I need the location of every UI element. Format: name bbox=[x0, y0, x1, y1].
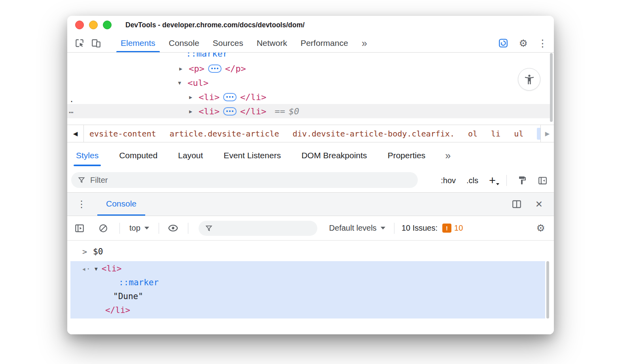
gutter-ellipsis: ⋯ bbox=[69, 105, 74, 119]
console-context-selector[interactable]: top bbox=[129, 224, 149, 233]
extension-sync-icon[interactable] bbox=[497, 38, 509, 48]
drawer-right-buttons: ✕ bbox=[512, 193, 554, 216]
console-variable-badge: $0 bbox=[289, 106, 299, 116]
collapsed-content-icon[interactable] bbox=[223, 93, 237, 101]
result-arrow-icon: ◂· bbox=[81, 262, 91, 276]
breadcrumb-item-li-selected[interactable]: li bbox=[537, 128, 540, 140]
console-filter[interactable] bbox=[199, 221, 317, 236]
issues-counter[interactable]: 10 Issues: ! 10 bbox=[402, 224, 463, 233]
element-classes-button[interactable]: .cls bbox=[466, 176, 478, 185]
chevron-double-right-icon: » bbox=[362, 38, 367, 49]
console-echo-text: $0 bbox=[93, 247, 103, 256]
close-tag: </li> bbox=[105, 303, 130, 317]
breadcrumb-forward-button[interactable]: ▶ bbox=[540, 125, 554, 142]
new-style-rule-button[interactable]: + bbox=[489, 175, 496, 186]
elements-scrollbar[interactable] bbox=[550, 53, 553, 122]
open-tag: <li> bbox=[199, 106, 220, 116]
console-scrollbar[interactable] bbox=[546, 261, 549, 318]
tab-elements[interactable]: Elements bbox=[114, 34, 162, 52]
collapse-arrow-icon[interactable]: ▼ bbox=[95, 262, 98, 276]
collapse-arrow-icon[interactable]: ▼ bbox=[178, 80, 184, 86]
clipped-marker-node[interactable]: ::marker bbox=[186, 53, 228, 59]
tree-node-p[interactable]: ▶ <p> </p> bbox=[179, 61, 246, 76]
tab-console-drawer[interactable]: Console bbox=[97, 193, 145, 216]
split-panel-icon[interactable] bbox=[512, 199, 522, 209]
expand-arrow-icon[interactable]: ▶ bbox=[189, 94, 195, 100]
clear-console-icon[interactable] bbox=[98, 223, 108, 233]
breadcrumb-bar: ◀ evsite-content article.devsite-article… bbox=[67, 125, 554, 142]
tree-node-li[interactable]: ▶ <li> </li> bbox=[189, 90, 266, 104]
console-sidebar-icon[interactable] bbox=[74, 223, 85, 233]
elements-tree: ::marker ▶ <p> </p> ▼ <ul> ▶ <li> </li> … bbox=[67, 53, 554, 125]
styles-filter-row: :hov .cls + bbox=[67, 169, 554, 192]
kebab-menu-icon[interactable]: ⋮ bbox=[538, 38, 548, 48]
filter-funnel-icon bbox=[78, 176, 85, 184]
tab-console[interactable]: Console bbox=[162, 34, 206, 52]
open-tag: <li> bbox=[102, 262, 122, 276]
styles-filter-input[interactable] bbox=[90, 176, 418, 185]
divider bbox=[159, 223, 159, 234]
tab-dom-breakpoints[interactable]: DOM Breakpoints bbox=[301, 142, 368, 169]
tab-computed-label: Computed bbox=[119, 151, 157, 160]
console-result-selected[interactable]: ◂· ▼ <li> ::marker "Dune" </li> bbox=[70, 261, 545, 318]
result-line-text: "Dune" bbox=[70, 290, 545, 303]
breadcrumb-item-li[interactable]: li bbox=[491, 129, 500, 138]
styles-filter[interactable] bbox=[71, 172, 418, 188]
tree-node-ul[interactable]: ▼ <ul> bbox=[178, 76, 208, 90]
live-expression-eye-icon[interactable] bbox=[168, 223, 178, 233]
console-filter-input[interactable] bbox=[218, 224, 322, 233]
dock-sidebar-icon[interactable] bbox=[538, 176, 548, 186]
toggle-element-state-button[interactable]: :hov bbox=[441, 176, 456, 185]
expand-arrow-icon[interactable]: ▶ bbox=[179, 66, 185, 72]
settings-gear-icon[interactable]: ⚙ bbox=[519, 38, 528, 48]
tab-sources-label: Sources bbox=[213, 38, 243, 48]
tab-properties[interactable]: Properties bbox=[387, 142, 426, 169]
paint-brush-icon[interactable] bbox=[517, 176, 527, 185]
devtools-window: DevTools - developer.chrome.com/docs/dev… bbox=[67, 16, 554, 334]
close-window-button[interactable] bbox=[75, 21, 84, 29]
accessibility-person-icon bbox=[523, 74, 535, 85]
device-toolbar-icon[interactable] bbox=[90, 34, 102, 52]
breadcrumb-item-ul[interactable]: ul bbox=[514, 129, 523, 138]
more-panels-button[interactable]: » bbox=[355, 34, 374, 52]
tab-console-drawer-label: Console bbox=[106, 199, 136, 209]
tab-performance-label: Performance bbox=[301, 38, 348, 48]
collapsed-content-icon[interactable] bbox=[208, 64, 222, 73]
pseudo-element-label: ::marker bbox=[119, 276, 159, 290]
tab-performance[interactable]: Performance bbox=[294, 34, 355, 52]
more-style-tabs-button[interactable]: » bbox=[445, 142, 451, 169]
tab-computed[interactable]: Computed bbox=[118, 142, 158, 169]
log-levels-selector[interactable]: Default levels bbox=[329, 224, 385, 233]
minimize-window-button[interactable] bbox=[89, 21, 98, 29]
drawer-kebab-menu-icon[interactable]: ⋮ bbox=[73, 193, 90, 216]
tab-layout[interactable]: Layout bbox=[177, 142, 204, 169]
prompt-chevron-icon: > bbox=[82, 247, 87, 256]
accessibility-button[interactable] bbox=[518, 68, 540, 91]
result-line-marker: ::marker bbox=[70, 276, 545, 290]
equals-sign: == bbox=[275, 106, 285, 116]
inspect-element-icon[interactable] bbox=[74, 34, 85, 52]
zoom-window-button[interactable] bbox=[103, 21, 112, 29]
breadcrumb-item-article[interactable]: article.devsite-article bbox=[170, 129, 279, 138]
console-settings-gear-icon[interactable]: ⚙ bbox=[536, 223, 545, 233]
tab-sources[interactable]: Sources bbox=[206, 34, 250, 52]
tab-network[interactable]: Network bbox=[250, 34, 294, 52]
expand-arrow-icon[interactable]: ▶ bbox=[189, 108, 195, 114]
divider bbox=[188, 223, 188, 234]
breadcrumb-back-button[interactable]: ◀ bbox=[67, 125, 84, 142]
breadcrumb-item-div[interactable]: div.devsite-article-body.clearfix. bbox=[293, 129, 455, 138]
collapsed-content-icon[interactable] bbox=[223, 107, 237, 116]
console-output: > $0 ◂· ▼ <li> ::marker "Dune" </li> bbox=[67, 241, 554, 334]
close-drawer-icon[interactable]: ✕ bbox=[535, 199, 543, 210]
chevron-down-icon bbox=[381, 227, 385, 229]
close-tag: </li> bbox=[240, 92, 266, 102]
tab-event-listeners[interactable]: Event Listeners bbox=[223, 142, 282, 169]
breadcrumb-item-ol[interactable]: ol bbox=[468, 129, 478, 138]
tree-node-li-selected[interactable]: ▶ <li> </li> == $0 bbox=[189, 104, 299, 118]
window-title: DevTools - developer.chrome.com/docs/dev… bbox=[125, 21, 305, 29]
breadcrumb-item-devsite-content[interactable]: evsite-content bbox=[89, 129, 156, 138]
tab-dom-breakpoints-label: DOM Breakpoints bbox=[301, 151, 367, 160]
chevron-down-icon bbox=[144, 227, 149, 229]
filter-funnel-icon bbox=[205, 224, 213, 232]
tab-styles[interactable]: Styles bbox=[75, 142, 99, 169]
